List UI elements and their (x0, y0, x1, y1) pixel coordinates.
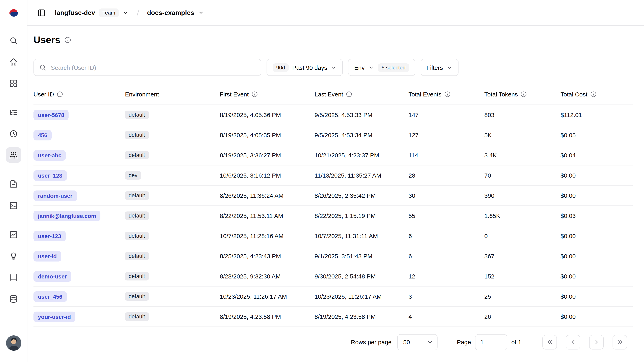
environment-badge: default (125, 292, 148, 301)
home-icon (9, 58, 18, 66)
sidebar-item-tracing[interactable] (6, 105, 21, 120)
next-page-button[interactable] (589, 335, 604, 349)
table-row[interactable]: user_456 default 10/23/2025, 11:26:17 AM… (34, 286, 633, 307)
table-row[interactable]: 456 default 8/19/2025, 4:05:35 PM 9/5/20… (34, 125, 633, 145)
total-cost-cell: $0.00 (560, 293, 633, 300)
info-icon[interactable] (346, 91, 352, 97)
environment-cell: default (125, 131, 220, 139)
column-header-first-event[interactable]: First Event (220, 91, 314, 98)
chevrons-right-icon (616, 338, 623, 345)
sidebar-item-playground[interactable] (6, 198, 21, 213)
users-table: User ID Environment First Event Last Eve… (28, 76, 644, 327)
sidebar-item-database[interactable] (6, 291, 21, 306)
column-label: Total Events (408, 91, 441, 98)
user-avatar[interactable] (6, 335, 21, 351)
column-header-total-cost[interactable]: Total Cost (560, 91, 633, 98)
table-row[interactable]: your-user-id default 8/19/2025, 4:23:58 … (34, 307, 633, 327)
info-icon[interactable] (252, 91, 258, 97)
first-event-cell: 10/23/2025, 11:26:17 AM (220, 293, 314, 300)
column-header-total-tokens[interactable]: Total Tokens (484, 91, 560, 98)
environment-filter-label: Env (354, 64, 365, 71)
environment-badge: default (125, 232, 148, 240)
evaluations-chart-icon (9, 230, 18, 239)
user-id-badge[interactable]: your-user-id (34, 311, 75, 322)
sidebar-toggle-button[interactable] (35, 6, 48, 20)
column-header-user-id[interactable]: User ID (34, 91, 125, 98)
page-number-input[interactable] (475, 334, 507, 350)
info-icon[interactable] (57, 91, 63, 97)
environment-badge: default (125, 111, 148, 119)
org-switcher[interactable]: langfuse-dev Team (55, 9, 128, 17)
user-id-badge[interactable]: 456 (34, 130, 52, 140)
user-id-badge[interactable]: user_123 (34, 170, 67, 181)
column-header-last-event[interactable]: Last Event (314, 91, 408, 98)
total-tokens-cell: 152 (484, 273, 560, 280)
page-info-icon[interactable] (64, 37, 71, 43)
sidebar-item-evaluations[interactable] (6, 227, 21, 242)
user-id-badge[interactable]: jannik@langfuse.com (34, 210, 100, 221)
user-id-badge[interactable]: user-5678 (34, 110, 69, 120)
sidebar-item-prompts[interactable] (6, 176, 21, 192)
environment-badge: default (125, 272, 148, 280)
user-id-badge[interactable]: user-abc (34, 150, 66, 160)
previous-page-button[interactable] (566, 335, 580, 349)
sidebar-item-sessions[interactable] (6, 126, 21, 141)
column-header-environment[interactable]: Environment (125, 91, 220, 98)
total-cost-cell: $112.01 (560, 111, 633, 118)
environment-cell: default (125, 111, 220, 119)
user-id-cell: random-user (34, 190, 125, 201)
info-icon[interactable] (444, 91, 450, 97)
rows-per-page-select[interactable]: 50 (397, 334, 438, 350)
table-row[interactable]: user-123 default 10/7/2025, 11:28:16 AM … (34, 226, 633, 246)
table-row[interactable]: jannik@langfuse.com default 8/22/2025, 1… (34, 206, 633, 226)
environment-filter[interactable]: Env 5 selected (348, 59, 415, 76)
sidebar-item-users[interactable] (6, 147, 21, 163)
filters-button[interactable]: Filters (420, 59, 459, 76)
search-icon (39, 64, 46, 71)
total-tokens-cell: 0 (484, 232, 560, 239)
table-row[interactable]: user-id default 8/25/2025, 4:23:43 PM 9/… (34, 246, 633, 266)
total-events-cell: 12 (408, 273, 484, 280)
page-label: Page (457, 338, 471, 345)
column-label: Environment (125, 91, 159, 98)
langfuse-logo[interactable] (0, 0, 27, 26)
table-row[interactable]: user-5678 default 8/19/2025, 4:05:36 PM … (34, 105, 633, 125)
first-event-cell: 8/22/2025, 11:53:11 AM (220, 212, 314, 219)
first-page-button[interactable] (542, 335, 557, 349)
first-event-cell: 8/19/2025, 4:23:58 PM (220, 313, 314, 320)
user-id-badge[interactable]: user-123 (34, 231, 66, 241)
datasets-book-icon (9, 273, 18, 281)
sidebar-item-search[interactable] (6, 33, 21, 48)
chevron-right-icon (593, 338, 600, 345)
last-page-button[interactable] (612, 335, 627, 349)
user-id-badge[interactable]: demo-user (34, 271, 71, 281)
app-window: langfuse-dev Team docs-examples Users (0, 0, 644, 362)
column-header-total-events[interactable]: Total Events (408, 91, 484, 98)
sidebar-item-dashboards[interactable] (6, 76, 21, 91)
total-events-cell: 4 (408, 313, 484, 320)
table-row[interactable]: demo-user default 8/28/2025, 9:32:30 AM … (34, 266, 633, 286)
total-cost-cell: $0.03 (560, 212, 633, 219)
info-icon[interactable] (520, 91, 527, 97)
column-label: Total Cost (560, 91, 587, 98)
sidebar-item-home[interactable] (6, 54, 21, 69)
sidebar-item-annotations[interactable] (6, 248, 21, 263)
last-event-cell: 8/26/2025, 2:35:42 PM (314, 192, 408, 199)
user-id-cell: jannik@langfuse.com (34, 210, 125, 221)
environment-cell: default (125, 312, 220, 321)
total-events-cell: 30 (408, 192, 484, 199)
date-range-picker[interactable]: 90d Past 90 days (266, 59, 343, 76)
sidebar-item-datasets[interactable] (6, 270, 21, 285)
first-event-cell: 8/19/2025, 4:05:36 PM (220, 111, 314, 118)
search-input[interactable] (50, 64, 256, 71)
user-id-badge[interactable]: random-user (34, 190, 77, 201)
project-switcher[interactable]: docs-examples (147, 9, 204, 16)
environment-badge: default (125, 252, 148, 260)
search-icon (9, 36, 18, 45)
user-id-badge[interactable]: user-id (34, 251, 61, 261)
table-row[interactable]: random-user default 8/26/2025, 11:36:24 … (34, 186, 633, 206)
table-row[interactable]: user_123 dev 10/6/2025, 3:16:12 PM 11/13… (34, 165, 633, 186)
info-icon[interactable] (590, 91, 596, 97)
user-id-badge[interactable]: user_456 (34, 291, 67, 302)
table-row[interactable]: user-abc default 8/19/2025, 3:36:27 PM 1… (34, 145, 633, 165)
